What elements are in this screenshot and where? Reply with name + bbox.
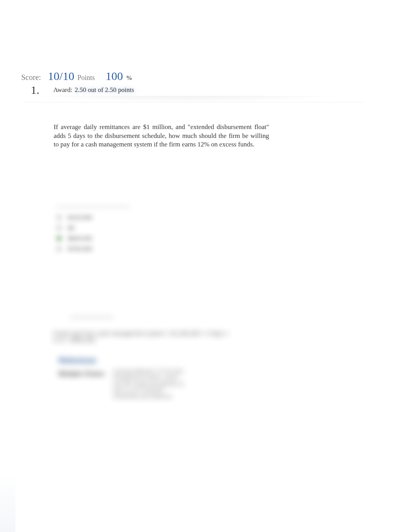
radio-icon[interactable]	[56, 215, 62, 220]
radio-icon[interactable]	[56, 225, 62, 231]
option-c[interactable]: $600,000	[56, 235, 157, 241]
explanation-formula: Freed cash from cash management system =…	[53, 330, 239, 343]
option-label: $600,000	[68, 235, 92, 241]
question-header-row: 1. Award: 2.50 out of 2.50 points	[23, 82, 364, 102]
question-type-label: Multiple Choice	[59, 371, 113, 377]
award-label: Award:	[53, 86, 72, 94]
question-number: 1.	[23, 83, 46, 97]
score-label: Score:	[21, 73, 41, 82]
radio-icon[interactable]	[56, 236, 62, 241]
option-label: $120,000	[68, 214, 92, 221]
award-value: 2.50 out of 2.50 points	[75, 86, 134, 94]
option-label: $700,000	[68, 245, 92, 252]
percent-symbol: %	[126, 75, 132, 82]
option-label: $0	[68, 224, 75, 231]
points-label: Points	[77, 74, 95, 82]
question-text: If average daily remittances are $1 mill…	[54, 123, 269, 149]
page-edge-gradient	[0, 474, 15, 532]
option-b[interactable]: $0	[56, 224, 157, 231]
score-percent: 100	[105, 70, 123, 83]
answer-options-blurred: $120,000 $0 $600,000 $700,000	[56, 206, 157, 256]
score-summary: Score: 10/10 Points 100 %	[21, 70, 132, 83]
references-link[interactable]: References	[59, 356, 96, 364]
learning-objective-text: Learning Objective: 07-03 Cash managemen…	[113, 368, 186, 399]
score-ratio: 10/10	[48, 70, 74, 83]
options-heading-line	[56, 206, 130, 207]
section-rule	[71, 317, 113, 318]
explanation-blurred: Freed cash from cash management system =…	[53, 317, 239, 399]
option-a[interactable]: $120,000	[56, 214, 157, 221]
radio-icon[interactable]	[56, 246, 62, 252]
option-d[interactable]: $700,000	[56, 245, 157, 252]
